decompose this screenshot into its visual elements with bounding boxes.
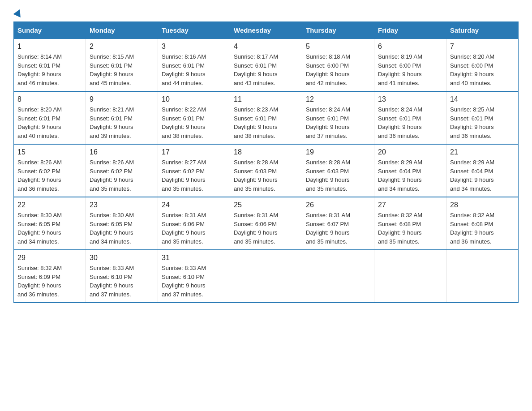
day-number: 14: [450, 95, 515, 103]
day-cell: 26Sunrise: 8:31 AMSunset: 6:07 PMDayligh…: [302, 197, 374, 250]
week-row-3: 15Sunrise: 8:26 AMSunset: 6:02 PMDayligh…: [14, 144, 519, 197]
day-cell: 2Sunrise: 8:15 AMSunset: 6:01 PMDaylight…: [86, 39, 158, 92]
day-number: 28: [450, 201, 515, 209]
day-number: 10: [162, 95, 226, 103]
day-number: 12: [306, 95, 370, 103]
day-cell: 18Sunrise: 8:28 AMSunset: 6:03 PMDayligh…: [230, 144, 302, 197]
day-info: Sunrise: 8:17 AMSunset: 6:01 PMDaylight:…: [234, 52, 298, 87]
day-cell: 6Sunrise: 8:19 AMSunset: 6:00 PMDaylight…: [374, 39, 446, 92]
day-cell: 5Sunrise: 8:18 AMSunset: 6:00 PMDaylight…: [302, 39, 374, 92]
day-cell: 12Sunrise: 8:24 AMSunset: 6:01 PMDayligh…: [302, 91, 374, 144]
day-cell: 28Sunrise: 8:32 AMSunset: 6:08 PMDayligh…: [446, 197, 519, 250]
day-cell: 27Sunrise: 8:32 AMSunset: 6:08 PMDayligh…: [374, 197, 446, 250]
week-row-2: 8Sunrise: 8:20 AMSunset: 6:01 PMDaylight…: [14, 91, 519, 144]
day-info: Sunrise: 8:31 AMSunset: 6:07 PMDaylight:…: [306, 211, 370, 246]
day-cell: [302, 250, 374, 303]
day-cell: 24Sunrise: 8:31 AMSunset: 6:06 PMDayligh…: [158, 197, 230, 250]
day-cell: 3Sunrise: 8:16 AMSunset: 6:01 PMDaylight…: [158, 39, 230, 92]
day-cell: 30Sunrise: 8:33 AMSunset: 6:10 PMDayligh…: [86, 250, 158, 303]
day-info: Sunrise: 8:25 AMSunset: 6:01 PMDaylight:…: [450, 105, 515, 140]
day-number: 11: [234, 95, 298, 103]
day-info: Sunrise: 8:20 AMSunset: 6:00 PMDaylight:…: [450, 52, 515, 87]
day-cell: [230, 250, 302, 303]
day-info: Sunrise: 8:28 AMSunset: 6:03 PMDaylight:…: [306, 158, 370, 193]
day-number: 5: [306, 43, 370, 51]
day-info: Sunrise: 8:24 AMSunset: 6:01 PMDaylight:…: [378, 105, 442, 140]
day-info: Sunrise: 8:29 AMSunset: 6:04 PMDaylight:…: [450, 158, 515, 193]
day-info: Sunrise: 8:31 AMSunset: 6:06 PMDaylight:…: [162, 211, 226, 246]
header-cell-sunday: Sunday: [14, 22, 86, 39]
day-number: 23: [90, 201, 154, 209]
day-cell: 23Sunrise: 8:30 AMSunset: 6:05 PMDayligh…: [86, 197, 158, 250]
calendar-header: SundayMondayTuesdayWednesdayThursdayFrid…: [14, 22, 519, 39]
day-cell: 31Sunrise: 8:33 AMSunset: 6:10 PMDayligh…: [158, 250, 230, 303]
day-info: Sunrise: 8:31 AMSunset: 6:06 PMDaylight:…: [234, 211, 298, 246]
day-info: Sunrise: 8:33 AMSunset: 6:10 PMDaylight:…: [162, 264, 226, 299]
day-number: 25: [234, 201, 298, 209]
day-cell: [446, 250, 519, 303]
day-number: 26: [306, 201, 370, 209]
day-cell: 7Sunrise: 8:20 AMSunset: 6:00 PMDaylight…: [446, 39, 519, 92]
day-number: 6: [378, 43, 442, 51]
day-number: 13: [378, 95, 442, 103]
calendar-body: 1Sunrise: 8:14 AMSunset: 6:01 PMDaylight…: [14, 39, 519, 303]
week-row-1: 1Sunrise: 8:14 AMSunset: 6:01 PMDaylight…: [14, 39, 519, 92]
day-cell: 4Sunrise: 8:17 AMSunset: 6:01 PMDaylight…: [230, 39, 302, 92]
day-info: Sunrise: 8:27 AMSunset: 6:02 PMDaylight:…: [162, 158, 226, 193]
day-cell: 16Sunrise: 8:26 AMSunset: 6:02 PMDayligh…: [86, 144, 158, 197]
day-cell: 11Sunrise: 8:23 AMSunset: 6:01 PMDayligh…: [230, 91, 302, 144]
day-number: 7: [450, 43, 515, 51]
day-info: Sunrise: 8:30 AMSunset: 6:05 PMDaylight:…: [17, 211, 82, 246]
day-number: 15: [17, 148, 82, 156]
day-info: Sunrise: 8:18 AMSunset: 6:00 PMDaylight:…: [306, 52, 370, 87]
day-cell: 21Sunrise: 8:29 AMSunset: 6:04 PMDayligh…: [446, 144, 519, 197]
day-number: 3: [162, 43, 226, 51]
header-cell-saturday: Saturday: [446, 22, 519, 39]
day-cell: 20Sunrise: 8:29 AMSunset: 6:04 PMDayligh…: [374, 144, 446, 197]
day-number: 31: [162, 254, 226, 262]
header-row: SundayMondayTuesdayWednesdayThursdayFrid…: [14, 22, 519, 39]
day-number: 16: [90, 148, 154, 156]
day-info: Sunrise: 8:24 AMSunset: 6:01 PMDaylight:…: [306, 105, 370, 140]
day-info: Sunrise: 8:20 AMSunset: 6:01 PMDaylight:…: [17, 105, 82, 140]
day-info: Sunrise: 8:23 AMSunset: 6:01 PMDaylight:…: [234, 105, 298, 140]
logo-triangle-icon: [13, 8, 23, 17]
day-cell: 14Sunrise: 8:25 AMSunset: 6:01 PMDayligh…: [446, 91, 519, 144]
week-row-5: 29Sunrise: 8:32 AMSunset: 6:09 PMDayligh…: [14, 250, 519, 303]
day-number: 19: [306, 148, 370, 156]
day-number: 2: [90, 43, 154, 51]
page-header: [13, 9, 519, 13]
day-info: Sunrise: 8:26 AMSunset: 6:02 PMDaylight:…: [90, 158, 154, 193]
day-number: 9: [90, 95, 154, 103]
day-cell: 10Sunrise: 8:22 AMSunset: 6:01 PMDayligh…: [158, 91, 230, 144]
header-cell-wednesday: Wednesday: [230, 22, 302, 39]
day-info: Sunrise: 8:30 AMSunset: 6:05 PMDaylight:…: [90, 211, 154, 246]
day-info: Sunrise: 8:29 AMSunset: 6:04 PMDaylight:…: [378, 158, 442, 193]
day-number: 21: [450, 148, 515, 156]
day-cell: [374, 250, 446, 303]
logo: [13, 9, 22, 13]
day-number: 27: [378, 201, 442, 209]
day-number: 22: [17, 201, 82, 209]
day-info: Sunrise: 8:26 AMSunset: 6:02 PMDaylight:…: [17, 158, 82, 193]
day-cell: 13Sunrise: 8:24 AMSunset: 6:01 PMDayligh…: [374, 91, 446, 144]
day-cell: 1Sunrise: 8:14 AMSunset: 6:01 PMDaylight…: [14, 39, 86, 92]
logo-line1: [13, 9, 22, 16]
day-number: 18: [234, 148, 298, 156]
header-cell-friday: Friday: [374, 22, 446, 39]
day-info: Sunrise: 8:33 AMSunset: 6:10 PMDaylight:…: [90, 264, 154, 299]
calendar-table: SundayMondayTuesdayWednesdayThursdayFrid…: [13, 21, 519, 303]
day-info: Sunrise: 8:28 AMSunset: 6:03 PMDaylight:…: [234, 158, 298, 193]
day-cell: 9Sunrise: 8:21 AMSunset: 6:01 PMDaylight…: [86, 91, 158, 144]
day-number: 17: [162, 148, 226, 156]
day-info: Sunrise: 8:22 AMSunset: 6:01 PMDaylight:…: [162, 105, 226, 140]
day-info: Sunrise: 8:32 AMSunset: 6:08 PMDaylight:…: [378, 211, 442, 246]
day-cell: 15Sunrise: 8:26 AMSunset: 6:02 PMDayligh…: [14, 144, 86, 197]
day-info: Sunrise: 8:32 AMSunset: 6:08 PMDaylight:…: [450, 211, 515, 246]
day-info: Sunrise: 8:15 AMSunset: 6:01 PMDaylight:…: [90, 52, 154, 87]
week-row-4: 22Sunrise: 8:30 AMSunset: 6:05 PMDayligh…: [14, 197, 519, 250]
day-info: Sunrise: 8:16 AMSunset: 6:01 PMDaylight:…: [162, 52, 226, 87]
day-info: Sunrise: 8:19 AMSunset: 6:00 PMDaylight:…: [378, 52, 442, 87]
day-number: 4: [234, 43, 298, 51]
day-cell: 22Sunrise: 8:30 AMSunset: 6:05 PMDayligh…: [14, 197, 86, 250]
